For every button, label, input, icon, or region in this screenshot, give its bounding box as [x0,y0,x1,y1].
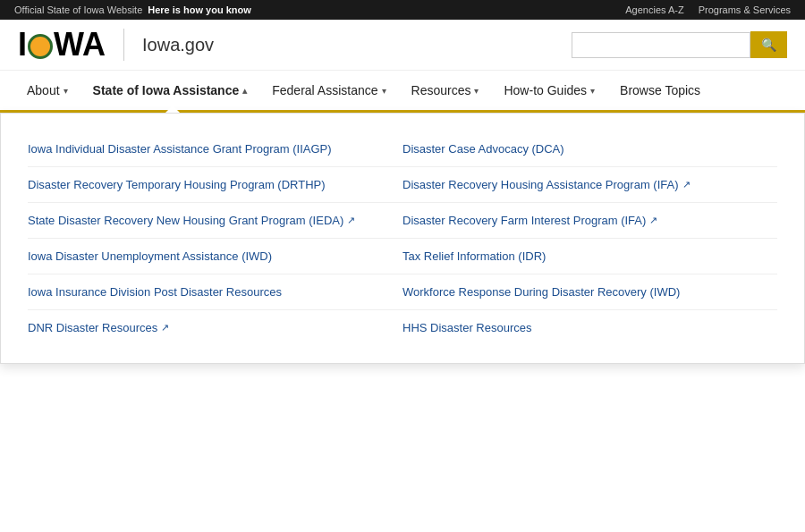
logo-gov: Iowa.gov [142,35,214,55]
dropdown-item-dnr[interactable]: DNR Disaster Resources ↗ [28,310,402,345]
dropdown-menu: Iowa Individual Disaster Assistance Gran… [0,113,805,364]
dropdown-item-idr[interactable]: Tax Relief Information (IDR) [402,239,777,274]
logo: IWA [18,29,106,61]
search-button[interactable]: 🔍 [750,31,787,58]
how-to-text[interactable]: Here is how you know [148,4,251,15]
dropdown-item-workforce[interactable]: Workforce Response During Disaster Recov… [402,274,777,310]
logo-divider [123,29,124,61]
nav-item-federal-assistance[interactable]: Federal Assistance ▾ [259,71,398,110]
logo-area[interactable]: IWA Iowa.gov [18,29,214,61]
search-input[interactable] [572,32,750,58]
logo-o-icon [28,34,53,59]
nav-indicator [165,106,180,113]
dropdown-item-dca[interactable]: Disaster Case Advocacy (DCA) [402,131,777,167]
search-area: 🔍 [572,31,787,58]
chevron-down-icon: ▾ [382,86,386,96]
nav-item-browse-topics[interactable]: Browse Topics [607,71,713,110]
dropdown-left-col: Iowa Individual Disaster Assistance Gran… [28,131,402,345]
dropdown-item-iiagp[interactable]: Iowa Individual Disaster Assistance Gran… [28,131,402,167]
top-bar-left: Official State of Iowa Website Here is h… [14,4,251,15]
external-link-icon: ↗ [682,179,691,190]
external-link-icon: ↗ [161,322,169,334]
external-link-icon: ↗ [649,215,657,226]
dropdown-item-hhs[interactable]: HHS Disaster Resources [402,310,777,345]
dropdown-item-ifa-housing[interactable]: Disaster Recovery Housing Assistance Pro… [402,167,777,203]
dropdown-item-ifa-farm[interactable]: Disaster Recovery Farm Interest Program … [402,203,777,239]
dropdown-right-col: Disaster Case Advocacy (DCA) Disaster Re… [402,131,777,345]
main-nav: About ▾ State of Iowa Assistance ▴ Feder… [0,71,805,113]
chevron-down-icon: ▾ [64,86,68,96]
official-text: Official State of Iowa Website [14,4,142,15]
header: IWA Iowa.gov 🔍 [0,20,805,71]
chevron-down-icon: ▾ [590,86,595,96]
dropdown-item-ieda[interactable]: State Disaster Recovery New Housing Gran… [28,203,402,239]
nav-item-howto[interactable]: How-to Guides ▾ [491,71,607,110]
agencies-link[interactable]: Agencies A-Z [625,4,683,15]
dropdown-item-iwd[interactable]: Iowa Disaster Unemployment Assistance (I… [28,239,402,274]
chevron-down-icon: ▾ [474,86,479,96]
nav-item-about[interactable]: About ▾ [14,71,80,110]
nav-item-state-assistance[interactable]: State of Iowa Assistance ▴ [80,71,260,110]
nav-wrapper: About ▾ State of Iowa Assistance ▴ Feder… [0,71,805,113]
top-bar: Official State of Iowa Website Here is h… [0,0,805,20]
programs-link[interactable]: Programs & Services [699,4,791,15]
dropdown-item-insurance[interactable]: Iowa Insurance Division Post Disaster Re… [28,274,402,310]
chevron-up-icon: ▴ [242,86,247,96]
nav-item-resources[interactable]: Resources ▾ [399,71,492,110]
top-bar-right: Agencies A-Z Programs & Services [625,4,791,15]
external-link-icon: ↗ [347,215,355,226]
dropdown-item-drthp[interactable]: Disaster Recovery Temporary Housing Prog… [28,167,402,203]
